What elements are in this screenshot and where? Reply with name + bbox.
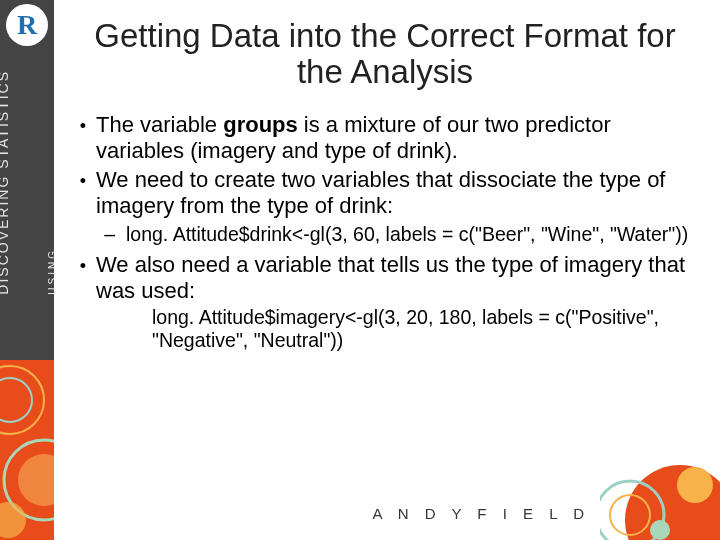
r-logo-icon: R	[6, 4, 48, 46]
bullet-3-code: long. Attitude$imagery<-gl(3, 20, 180, l…	[152, 306, 692, 352]
decorative-swirl-bottom-right	[600, 460, 720, 540]
slide-title: Getting Data into the Correct Format for…	[80, 18, 690, 91]
bullet-3-text: We also need a variable that tells us th…	[96, 252, 685, 303]
slide-body: The variable groups is a mixture of our …	[70, 112, 692, 355]
bullet-1: The variable groups is a mixture of our …	[96, 112, 692, 164]
svg-point-9	[677, 467, 713, 503]
spine-text-main: DISCOVERING STATISTICS	[0, 70, 11, 295]
bullet-2-text: We need to create two variables that dis…	[96, 167, 665, 218]
spine-text: DISCOVERING STATISTICS USING	[0, 70, 54, 330]
bullet-2-code: long. Attitude$drink<-gl(3, 60, labels =…	[126, 223, 692, 246]
spine-text-sub: USING	[47, 248, 54, 295]
book-spine-strip: R DISCOVERING STATISTICS USING	[0, 0, 54, 360]
bullet-1-pre: The variable	[96, 112, 223, 137]
svg-point-10	[650, 520, 670, 540]
author-name: A N D Y F I E L D	[372, 505, 590, 522]
slide: R DISCOVERING STATISTICS USING Getting D…	[0, 0, 720, 540]
bullet-2: We need to create two variables that dis…	[96, 167, 692, 246]
decorative-swirl-bottom-left	[0, 360, 54, 540]
bullet-1-bold: groups	[223, 112, 298, 137]
bullet-3: We also need a variable that tells us th…	[96, 252, 692, 352]
